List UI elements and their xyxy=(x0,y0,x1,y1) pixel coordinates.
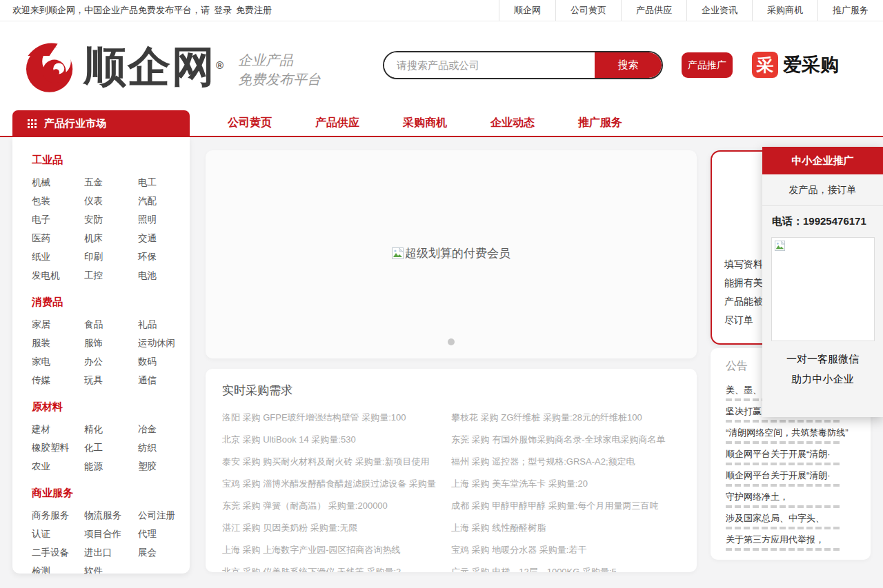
category-link[interactable]: 公司注册 xyxy=(138,506,183,525)
page: 欢迎来到顺企网，中国企业产品免费发布平台，请 登录 免费注册 顺企网公司黄页产品… xyxy=(0,0,883,588)
category-link[interactable]: 橡胶塑料 xyxy=(32,438,84,457)
category-link[interactable]: 礼品 xyxy=(138,315,183,334)
category-link[interactable]: 认证 xyxy=(32,525,84,543)
category-link[interactable]: 五金 xyxy=(84,173,138,192)
category-link[interactable]: 软件 xyxy=(84,562,138,574)
procurement-item[interactable]: 上海 采购 线性酚醛树脂 xyxy=(451,517,680,539)
category-link[interactable]: 展会 xyxy=(138,543,183,562)
category-link[interactable]: 能源 xyxy=(84,457,138,476)
category-link[interactable]: 二手设备 xyxy=(32,543,84,562)
category-link[interactable]: 电工 xyxy=(138,173,183,192)
topbar-link[interactable]: 顺企网 xyxy=(499,0,555,21)
announcement-item[interactable]: 顺企网平台关于开展“清朗· xyxy=(726,470,855,487)
procurement-item[interactable]: 攀枝花 采购 ZG纤维桩 采购量:28元的纤维桩100 xyxy=(451,407,680,429)
category-link[interactable]: 仪表 xyxy=(84,192,138,210)
product-promotion-button[interactable]: 产品推广 xyxy=(682,52,733,78)
category-link[interactable]: 冶金 xyxy=(138,420,183,438)
category-panel: 工业品机械五金电工包装仪表汽配电子安防照明医药机床交通纸业印刷环保发电机工控电池… xyxy=(12,137,190,574)
procurement-item[interactable]: 泰安 采购 购买耐火材料及耐火砖 采购量:新项目使用 xyxy=(222,451,451,473)
category-link[interactable]: 玩具 xyxy=(84,371,138,389)
procurement-item[interactable]: 东莞 采购 有国外服饰采购商名录-全球家电采购商名单 xyxy=(451,429,680,451)
category-link[interactable]: 环保 xyxy=(138,247,183,266)
category-link[interactable]: 电池 xyxy=(138,266,183,285)
category-link[interactable]: 安防 xyxy=(84,210,138,229)
logo[interactable]: 顺企网® xyxy=(23,39,225,94)
category-link[interactable]: 通信 xyxy=(138,371,183,389)
procurement-title: 实时采购需求 xyxy=(222,383,680,398)
procurement-item[interactable]: 宝鸡 采购 淄博米醋发酵醋食醋超滤膜过滤设备 采购量 xyxy=(222,473,451,495)
carousel-dot[interactable] xyxy=(448,338,455,345)
topbar-link[interactable]: 企业资讯 xyxy=(686,0,752,21)
category-link[interactable]: 机床 xyxy=(84,229,138,247)
category-link[interactable]: 进出口 xyxy=(84,543,138,562)
login-link[interactable]: 登录 xyxy=(214,4,232,17)
nav-link[interactable]: 产品供应 xyxy=(315,116,359,130)
category-link[interactable]: 建材 xyxy=(32,420,84,438)
procurement-item[interactable]: 上海 采购 上海数字产业园-园区招商咨询热线 xyxy=(222,539,451,561)
category-link[interactable]: 物流服务 xyxy=(84,506,138,525)
procurement-item[interactable]: 北京 采购 UltiBook 14 采购量:530 xyxy=(222,429,451,451)
category-link[interactable]: 家电 xyxy=(32,352,84,371)
procurement-item[interactable]: 北京 采购 仪美肤系统下滑仪 无线等 采购量:2 xyxy=(222,561,451,572)
category-link[interactable]: 数码 xyxy=(138,352,183,371)
category-link[interactable]: 化工 xyxy=(84,438,138,457)
nav-link[interactable]: 推广服务 xyxy=(578,116,622,130)
category-link[interactable]: 机械 xyxy=(32,173,84,192)
category-link[interactable]: 电子 xyxy=(32,210,84,229)
category-market-tab[interactable]: 产品行业市场 xyxy=(12,110,190,137)
procurement-item[interactable]: 东莞 采购 弹簧（耐高温） 采购量:200000 xyxy=(222,495,451,517)
category-link[interactable]: 汽配 xyxy=(138,192,183,210)
category-tab-label: 产品行业市场 xyxy=(44,117,106,130)
announcement-item[interactable]: 守护网络净土， xyxy=(726,491,855,508)
announcement-item[interactable]: 关于第三方应用代举报， xyxy=(726,534,855,551)
nav-link[interactable]: 采购商机 xyxy=(403,116,447,130)
tagline-line1: 企业产品 xyxy=(238,50,321,70)
procurement-col-left: 洛阳 采购 GFPE玻纤增强结构壁管 采购量:100北京 采购 UltiBook… xyxy=(222,407,451,572)
category-link[interactable]: 纸业 xyxy=(32,247,84,266)
announcement-item[interactable]: 涉及国家总局、中字头、 xyxy=(726,513,855,529)
search-input[interactable] xyxy=(384,52,595,78)
procurement-item[interactable]: 上海 采购 美车堂洗车卡 采购量:20 xyxy=(451,473,680,495)
category-link[interactable]: 商务服务 xyxy=(32,506,84,525)
procurement-item[interactable]: 成都 采购 甲醇甲醇甲醇 采购量:每个月用量两三百吨 xyxy=(451,495,680,517)
aicaigou-logo[interactable]: 采 爱采购 xyxy=(752,52,839,78)
category-link[interactable]: 检测 xyxy=(32,562,84,574)
category-link[interactable]: 印刷 xyxy=(84,247,138,266)
category-link[interactable]: 服装 xyxy=(32,334,84,352)
category-link[interactable]: 运动休闲 xyxy=(138,334,183,352)
procurement-item[interactable]: 湛江 采购 贝因美奶粉 采购量:无限 xyxy=(222,517,451,539)
category-link[interactable]: 农业 xyxy=(32,457,84,476)
category-link[interactable]: 发电机 xyxy=(32,266,84,285)
category-link[interactable]: 家居 xyxy=(32,315,84,334)
category-link[interactable]: 项目合作 xyxy=(84,525,138,543)
category-link[interactable]: 传媒 xyxy=(32,371,84,389)
category-link[interactable]: 工控 xyxy=(84,266,138,285)
search-button[interactable]: 搜索 xyxy=(595,52,662,78)
nav-link[interactable]: 公司黄页 xyxy=(228,116,272,130)
category-link[interactable]: 交通 xyxy=(138,229,183,247)
procurement-item[interactable]: 广元 采购 电梯，12层，1000KG 采购量:5 xyxy=(451,561,680,572)
procurement-item[interactable]: 洛阳 采购 GFPE玻纤增强结构壁管 采购量:100 xyxy=(222,407,451,429)
announcement-item[interactable]: 顺企网平台关于开展“清朗· xyxy=(726,449,855,465)
category-link[interactable]: 塑胶 xyxy=(138,457,183,476)
category-link[interactable]: 食品 xyxy=(84,315,138,334)
category-link[interactable]: 代理 xyxy=(138,525,183,543)
banner-image[interactable]: 超级划算的付费会员 xyxy=(206,245,697,261)
category-link[interactable]: 办公 xyxy=(84,352,138,371)
category-link[interactable]: 包装 xyxy=(32,192,84,210)
register-link[interactable]: 免费注册 xyxy=(236,4,272,17)
category-link[interactable]: 精化 xyxy=(84,420,138,438)
procurement-item[interactable]: 福州 采购 遥控器；型号规格:GRSA-A2;额定电 xyxy=(451,451,680,473)
topbar-link[interactable]: 产品供应 xyxy=(621,0,686,21)
procurement-item[interactable]: 宝鸡 采购 地暖分水器 采购量:若干 xyxy=(451,539,680,561)
announcement-item[interactable]: “清朗网络空间，共筑禁毒防线” xyxy=(726,427,855,444)
category-link[interactable]: 服饰 xyxy=(84,334,138,352)
category-link[interactable]: 纺织 xyxy=(138,438,183,457)
topbar-link[interactable]: 推广服务 xyxy=(817,0,883,21)
category-link[interactable]: 照明 xyxy=(138,210,183,229)
category-link[interactable]: 医药 xyxy=(32,229,84,247)
promo-text-line: 能拥有美 xyxy=(724,274,763,292)
nav-link[interactable]: 企业动态 xyxy=(490,116,535,130)
topbar-link[interactable]: 采购商机 xyxy=(752,0,817,21)
topbar-link[interactable]: 公司黄页 xyxy=(555,0,621,21)
